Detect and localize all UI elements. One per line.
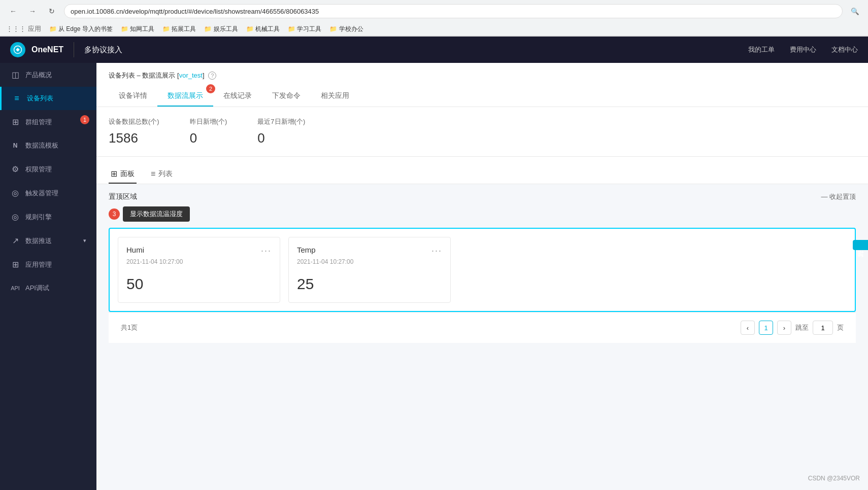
sidebar-item-appmanage[interactable]: ⊞ 应用管理 xyxy=(0,253,96,276)
card-temp-time: 2021-11-04 10:27:00 xyxy=(297,258,442,265)
sidebar: ◫ 产品概况 ≡ 设备列表 ⊞ 群组管理 1 N 数据流模板 ⚙ 权限管理 ◎ xyxy=(0,63,96,490)
rules-icon: ◎ xyxy=(10,212,20,222)
bookmark-school[interactable]: 📁 学校办公 xyxy=(329,25,363,33)
browser-search-button[interactable]: 🔍 xyxy=(848,4,862,18)
address-bar[interactable]: open.iot.10086.cn/develop/mqtt/product/#… xyxy=(64,4,843,18)
page-total: 共1页 xyxy=(121,323,138,332)
stats-section: 设备数据总数(个) 1586 昨日新增(个) 0 最近7日新增(个) 0 xyxy=(96,107,868,157)
stat-total: 设备数据总数(个) 1586 xyxy=(109,117,159,146)
view-tab-panel[interactable]: ⊞ 面板 xyxy=(109,165,137,184)
page-1-button[interactable]: 1 xyxy=(759,321,773,335)
bookmark-apps[interactable]: ⋮⋮⋮ 应用 xyxy=(6,24,41,33)
nav-title: 多协议接入 xyxy=(84,45,122,55)
permissions-icon: ⚙ xyxy=(10,164,20,174)
back-button[interactable]: ← xyxy=(6,4,20,18)
card-humi-time: 2021-11-04 10:27:00 xyxy=(126,258,272,265)
groups-icon: ⊞ xyxy=(10,117,20,127)
url-text: open.iot.10086.cn/develop/mqtt/product/#… xyxy=(71,8,319,15)
stat-total-label: 设备数据总数(个) xyxy=(109,117,159,126)
page-goto-input[interactable] xyxy=(813,321,833,335)
content-body: 置顶区域 — 收起置顶 3 显示数据流温湿度 Humi xyxy=(96,184,868,351)
devices-icon: ≡ xyxy=(12,94,22,103)
card-temp-more[interactable]: ··· xyxy=(431,246,442,256)
appmanage-icon: ⊞ xyxy=(10,260,20,269)
view-section: ⊞ 面板 ≡ 列表 xyxy=(96,157,868,184)
collapse-link[interactable]: — 收起置顶 xyxy=(821,192,856,201)
bookmark-study[interactable]: 📁 学习工具 xyxy=(288,25,321,33)
tab-datastream[interactable]: 数据流展示 2 xyxy=(157,86,213,107)
breadcrumb-text: 设备列表 – 数据流展示 [vor_test] xyxy=(109,72,205,79)
view-tab-list[interactable]: ≡ 列表 xyxy=(149,165,175,184)
card-humi-more[interactable]: ··· xyxy=(261,246,272,256)
bookmark-expand[interactable]: 📁 拓展工具 xyxy=(162,25,196,33)
sidebar-label-rules: 规则引擎 xyxy=(25,213,52,222)
app-wrapper: OneNET 多协议接入 我的工单 费用中心 文档中心 ◫ 产品概况 ≡ 设备列… xyxy=(0,37,868,490)
tab-apps[interactable]: 相关应用 xyxy=(311,86,359,107)
page-goto-label: 跳至 xyxy=(795,323,809,332)
sidebar-item-datastreams[interactable]: N 数据流模板 xyxy=(0,134,96,157)
workorder-link[interactable]: 我的工单 xyxy=(748,45,775,54)
pinned-area-label: 置顶区域 xyxy=(109,192,137,200)
card-temp-name: Temp xyxy=(297,246,316,254)
sidebar-item-permissions[interactable]: ⚙ 权限管理 xyxy=(0,157,96,181)
sidebar-item-api[interactable]: API API调试 xyxy=(0,276,96,300)
products-icon: ◫ xyxy=(10,70,20,80)
docs-link[interactable]: 文档中心 xyxy=(831,45,858,54)
browser-chrome: ← → ↻ open.iot.10086.cn/develop/mqtt/pro… xyxy=(0,0,868,37)
bookmark-zhiwang[interactable]: 📁 知网工具 xyxy=(121,25,154,33)
watermark: CSDN @2345VOR xyxy=(808,475,860,482)
sidebar-label-api: API调试 xyxy=(25,284,49,293)
sidebar-label-devices: 设备列表 xyxy=(27,94,53,103)
bookmark-edge[interactable]: 📁 从 Edge 导入的书签 xyxy=(49,25,113,33)
pagination-bar: 共1页 ‹ 1 › 跳至 页 xyxy=(109,312,856,343)
right-edge-tab[interactable]: 实时 xyxy=(853,240,868,250)
stat-yesterday-value: 0 xyxy=(190,130,227,146)
help-icon[interactable]: ? xyxy=(208,72,216,80)
view-tabs: ⊞ 面板 ≡ 列表 xyxy=(109,165,856,184)
datastreams-icon: N xyxy=(10,142,20,149)
sidebar-item-products[interactable]: ◫ 产品概况 xyxy=(0,63,96,87)
bookmark-entertainment[interactable]: 📁 娱乐工具 xyxy=(204,25,238,33)
card-humi-value: 50 xyxy=(126,275,272,293)
pinned-header: 置顶区域 — 收起置顶 xyxy=(109,192,856,201)
stat-yesterday: 昨日新增(个) 0 xyxy=(190,117,227,146)
logo-text: OneNET xyxy=(31,45,63,54)
logo-icon xyxy=(10,42,25,57)
card-temp-value: 25 xyxy=(297,275,442,293)
view-tab-list-label: 列表 xyxy=(158,169,173,179)
sidebar-item-triggers[interactable]: ◎ 触发器管理 xyxy=(0,181,96,205)
stat-week-label: 最近7日新增(个) xyxy=(257,117,305,126)
reload-button[interactable]: ↻ xyxy=(45,4,59,18)
forward-button[interactable]: → xyxy=(25,4,40,18)
sidebar-item-devices[interactable]: ≡ 设备列表 xyxy=(0,87,96,110)
panel-icon: ⊞ xyxy=(111,169,117,179)
bookmark-mechanical[interactable]: 📁 机械工具 xyxy=(246,25,280,33)
sidebar-label-products: 产品概况 xyxy=(25,71,52,80)
page-label: 页 xyxy=(837,323,844,332)
list-icon: ≡ xyxy=(151,169,155,179)
stat-week-value: 0 xyxy=(257,130,305,146)
billing-link[interactable]: 费用中心 xyxy=(790,45,816,54)
page-next-button[interactable]: › xyxy=(777,321,791,335)
groups-badge: 1 xyxy=(80,115,89,124)
tab-online[interactable]: 在线记录 xyxy=(213,86,262,107)
stat-total-value: 1586 xyxy=(109,130,159,146)
tooltip-row: 3 显示数据流温湿度 xyxy=(109,206,856,222)
datapush-arrow: ▾ xyxy=(83,237,86,244)
tab-command[interactable]: 下发命令 xyxy=(262,86,311,107)
tab-device-detail[interactable]: 设备详情 xyxy=(109,86,157,107)
sidebar-label-permissions: 权限管理 xyxy=(25,165,52,174)
bookmarks-bar: ⋮⋮⋮ 应用 📁 从 Edge 导入的书签 📁 知网工具 📁 拓展工具 📁 娱乐… xyxy=(0,22,868,36)
sidebar-item-groups[interactable]: ⊞ 群组管理 1 xyxy=(0,110,96,134)
sidebar-label-groups: 群组管理 xyxy=(25,118,52,127)
view-tab-panel-label: 面板 xyxy=(120,169,135,179)
data-card-humi: Humi ··· 2021-11-04 10:27:00 50 xyxy=(118,237,280,303)
cards-grid: Humi ··· 2021-11-04 10:27:00 50 Temp ··· xyxy=(118,237,847,303)
page-prev-button[interactable]: ‹ xyxy=(741,321,755,335)
sidebar-item-rules[interactable]: ◎ 规则引擎 xyxy=(0,205,96,229)
content-area: 设备列表 – 数据流展示 [vor_test] ? 设备详情 数据流展示 2 在… xyxy=(96,63,868,490)
card-temp-header: Temp ··· xyxy=(297,246,442,256)
datapush-icon: ↗ xyxy=(10,236,20,246)
breadcrumb-bar: 设备列表 – 数据流展示 [vor_test] ? 设备详情 数据流展示 2 在… xyxy=(96,63,868,107)
sidebar-item-datapush[interactable]: ↗ 数据推送 ▾ xyxy=(0,229,96,253)
